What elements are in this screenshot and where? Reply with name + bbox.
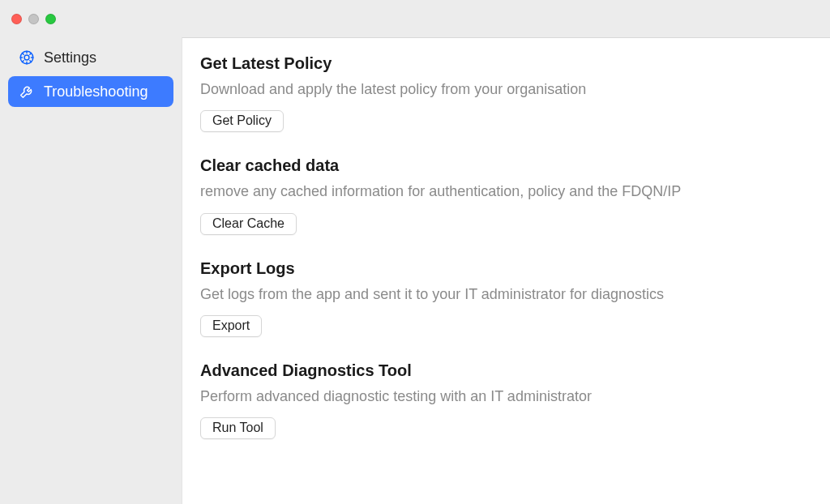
wrench-icon [18, 83, 36, 100]
svg-line-7 [30, 61, 32, 62]
svg-point-1 [24, 55, 29, 60]
sidebar-item-label: Settings [44, 49, 96, 66]
section-description: Download and apply the latest policy fro… [200, 79, 812, 99]
sidebar-item-label: Troubleshooting [44, 83, 148, 100]
section-description: Get logs from the app and sent it to you… [200, 284, 812, 304]
svg-line-9 [30, 53, 32, 55]
window-zoom-button[interactable] [45, 14, 56, 24]
sidebar-item-troubleshooting[interactable]: Troubleshooting [8, 76, 173, 107]
window-close-button[interactable] [11, 14, 22, 24]
section-title: Clear cached data [200, 156, 812, 175]
section-description: Perform advanced diagnostic testing with… [200, 387, 812, 406]
sidebar-item-settings[interactable]: Settings [8, 42, 173, 73]
section-clear-cached-data: Clear cached data remove any cached info… [200, 156, 812, 234]
svg-line-6 [23, 53, 24, 55]
gear-icon [18, 49, 36, 66]
section-export-logs: Export Logs Get logs from the app and se… [200, 259, 812, 337]
section-description: remove any cached information for authen… [200, 182, 812, 201]
section-advanced-diagnostics: Advanced Diagnostics Tool Perform advanc… [200, 361, 812, 439]
get-policy-button[interactable]: Get Policy [200, 110, 284, 132]
section-title: Get Latest Policy [200, 54, 812, 73]
export-button[interactable]: Export [200, 315, 262, 337]
clear-cache-button[interactable]: Clear Cache [200, 213, 297, 235]
section-title: Advanced Diagnostics Tool [200, 361, 812, 380]
run-tool-button[interactable]: Run Tool [200, 417, 276, 439]
window-body: Settings Troubleshooting Get Latest Poli… [0, 37, 830, 504]
sidebar: Settings Troubleshooting [0, 37, 182, 504]
svg-line-8 [23, 61, 24, 62]
window-minimize-button[interactable] [28, 14, 39, 24]
section-get-latest-policy: Get Latest Policy Download and apply the… [200, 54, 812, 132]
window-titlebar [0, 0, 830, 37]
content-pane: Get Latest Policy Download and apply the… [182, 37, 830, 504]
section-title: Export Logs [200, 259, 812, 278]
